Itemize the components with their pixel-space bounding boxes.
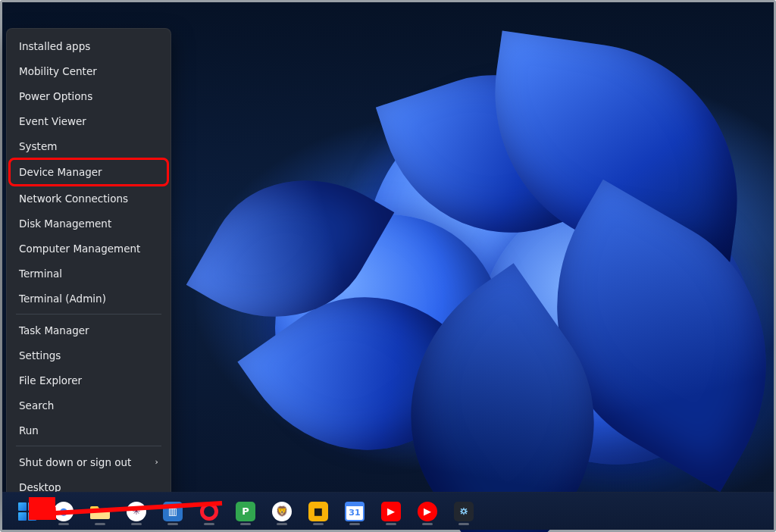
running-indicator (422, 523, 433, 525)
menu-item-label: Settings (19, 349, 61, 361)
menu-item-power-options[interactable]: Power Options (10, 83, 167, 108)
brave-icon: 🦁 (272, 502, 292, 521)
running-indicator (131, 523, 142, 525)
menu-item-mobility-center[interactable]: Mobility Center (10, 58, 167, 83)
running-indicator (240, 523, 251, 525)
menu-item-label: Network Connections (19, 192, 128, 205)
opera-icon (199, 502, 219, 521)
menu-item-label: Mobility Center (19, 65, 97, 77)
chevron-right-icon: › (155, 457, 158, 467)
menu-separator (16, 314, 161, 315)
google-calendar-icon: 31 (345, 502, 365, 521)
taskbar: ●✳▥P🦁■31▶▶⛭ (2, 492, 774, 530)
menu-item-installed-apps[interactable]: Installed apps (10, 33, 167, 58)
taskbar-btn-chrome[interactable]: ● (48, 496, 80, 527)
running-indicator (313, 523, 324, 525)
menu-item-label: Device Manager (19, 166, 102, 178)
taskbar-btn-pleco[interactable]: P (230, 496, 261, 527)
taskbar-btn-brave[interactable]: 🦁 (266, 496, 298, 527)
taskbar-btn-slack[interactable]: ✳ (120, 496, 152, 527)
menu-item-label: Shut down or sign out (19, 456, 131, 468)
taskbar-btn-trello[interactable]: ▥ (157, 496, 189, 527)
chrome-icon: ● (54, 502, 74, 521)
taskbar-btn-file-explorer[interactable] (84, 496, 116, 527)
menu-item-label: Search (19, 399, 54, 412)
running-indicator (277, 523, 287, 525)
menu-item-run[interactable]: Run (10, 418, 167, 443)
menu-separator (16, 446, 161, 446)
menu-item-terminal-admin[interactable]: Terminal (Admin) (10, 286, 167, 311)
menu-item-label: Computer Management (19, 243, 140, 255)
menu-item-label: Event Viewer (19, 115, 86, 127)
davinci-resolve-icon: ⛭ (454, 502, 474, 521)
pleco-icon: P (236, 502, 255, 521)
authy-icon: ■ (308, 502, 328, 521)
trello-icon: ▥ (163, 502, 183, 521)
desktop[interactable]: Installed appsMobility CenterPower Optio… (0, 0, 776, 532)
menu-item-label: Disk Management (19, 217, 111, 230)
menu-item-label: Run (19, 424, 39, 437)
menu-item-search[interactable]: Search (10, 393, 167, 418)
youtube-music-icon: ▶ (418, 502, 437, 521)
taskbar-btn-youtube-studio[interactable]: ▶ (375, 496, 407, 527)
menu-item-device-manager[interactable]: Device Manager (8, 158, 169, 186)
taskbar-btn-google-calendar[interactable]: 31 (339, 496, 371, 527)
menu-item-shut-down-or-sign-out[interactable]: Shut down or sign out› (10, 449, 167, 474)
menu-item-event-viewer[interactable]: Event Viewer (10, 108, 167, 133)
menu-item-network-connections[interactable]: Network Connections (10, 186, 167, 211)
menu-item-settings[interactable]: Settings (10, 343, 167, 368)
running-indicator (167, 523, 178, 525)
power-user-menu: Installed appsMobility CenterPower Optio… (6, 28, 171, 505)
menu-item-file-explorer[interactable]: File Explorer (10, 368, 167, 393)
taskbar-btn-opera[interactable] (193, 496, 225, 527)
running-indicator (386, 523, 396, 525)
running-indicator (95, 523, 105, 525)
taskbar-btn-davinci-resolve[interactable]: ⛭ (448, 496, 480, 527)
running-indicator (349, 523, 360, 525)
taskbar-btn-youtube-music[interactable]: ▶ (411, 496, 443, 527)
menu-item-system[interactable]: System (10, 133, 167, 158)
running-indicator (458, 523, 469, 525)
menu-item-label: Power Options (19, 90, 92, 102)
running-indicator (58, 523, 69, 525)
start-icon (17, 502, 37, 521)
running-indicator (204, 523, 214, 525)
file-explorer-icon (90, 502, 110, 521)
menu-item-computer-management[interactable]: Computer Management (10, 236, 167, 261)
menu-item-label: Terminal (Admin) (19, 293, 106, 305)
menu-item-label: Installed apps (19, 40, 90, 52)
taskbar-btn-authy[interactable]: ■ (302, 496, 334, 527)
menu-item-disk-management[interactable]: Disk Management (10, 211, 167, 236)
menu-item-label: System (19, 140, 57, 152)
menu-item-label: Task Manager (19, 324, 89, 336)
youtube-studio-icon: ▶ (381, 502, 401, 521)
menu-item-label: Terminal (19, 268, 62, 280)
menu-item-label: File Explorer (19, 374, 82, 386)
menu-item-task-manager[interactable]: Task Manager (10, 318, 167, 343)
menu-item-terminal[interactable]: Terminal (10, 261, 167, 286)
slack-icon: ✳ (127, 502, 146, 521)
taskbar-btn-start[interactable] (11, 496, 43, 527)
